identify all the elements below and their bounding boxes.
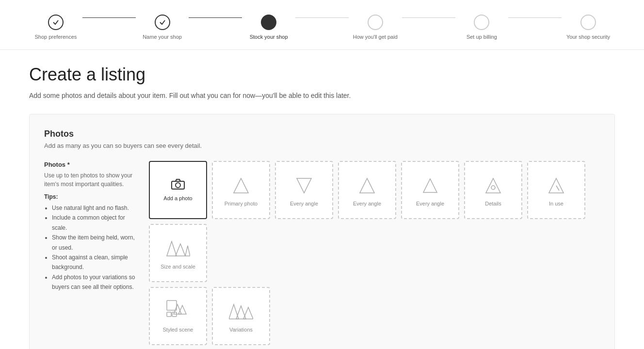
svg-marker-4 xyxy=(360,178,374,193)
photo-slot-in-use[interactable]: In use xyxy=(527,161,585,219)
size-scale-icon xyxy=(166,237,190,261)
page-subtitle: Add some photos and details about your i… xyxy=(29,92,615,99)
connector-4 xyxy=(402,17,455,18)
connector-5 xyxy=(508,17,562,18)
add-photo-label: Add a photo xyxy=(163,195,192,201)
primary-photo-icon xyxy=(229,174,253,198)
photos-grid-area: Add a photo Primary photo xyxy=(149,161,600,345)
svg-point-1 xyxy=(176,183,180,188)
photos-left-column: Photos * Use up to ten photos to show yo… xyxy=(44,161,141,345)
page-title: Create a listing xyxy=(29,64,615,85)
tips-list: Use natural light and no flash.Include a… xyxy=(44,203,141,292)
connector-2 xyxy=(189,17,242,18)
svg-marker-5 xyxy=(423,179,437,192)
photos-field-label: Photos * xyxy=(44,161,141,168)
tip-item: Add photos to your variations so buyers … xyxy=(52,272,141,292)
step-label-set-up-billing: Set up billing xyxy=(467,34,497,40)
step-circle-shop-preferences xyxy=(48,15,64,30)
connector-3 xyxy=(295,17,349,18)
step-label-name-your-shop: Name your shop xyxy=(143,34,182,40)
svg-point-7 xyxy=(491,186,495,190)
tip-item: Use natural light and no flash. xyxy=(52,203,141,213)
step-circle-name-your-shop xyxy=(155,15,170,30)
progress-section: Shop preferences Name your shop Stock yo… xyxy=(0,0,644,50)
step-how-youll-get-paid[interactable]: How you'll get paid xyxy=(349,15,402,40)
primary-photo-label: Primary photo xyxy=(225,201,258,206)
add-photo-slot[interactable]: Add a photo xyxy=(149,161,207,219)
photo-slot-size-scale[interactable]: Size and scale xyxy=(149,224,207,282)
step-set-up-billing[interactable]: Set up billing xyxy=(455,15,509,40)
step-shop-preferences[interactable]: Shop preferences xyxy=(29,15,82,40)
svg-marker-16 xyxy=(174,304,181,314)
step-circle-set-up-billing xyxy=(474,15,489,30)
step-label-your-shop-security: Your shop security xyxy=(566,34,610,40)
details-label: Details xyxy=(485,201,501,206)
photo-slot-every-angle-2[interactable]: Every angle xyxy=(338,161,396,219)
photo-slot-primary[interactable]: Primary photo xyxy=(212,161,270,219)
photo-slot-every-angle-3[interactable]: Every angle xyxy=(401,161,459,219)
svg-marker-11 xyxy=(176,244,185,256)
step-circle-your-shop-security xyxy=(580,15,596,30)
every-angle-2-label: Every angle xyxy=(353,201,381,206)
svg-rect-13 xyxy=(167,301,177,310)
step-circle-how-youll-get-paid xyxy=(368,15,383,30)
camera-icon xyxy=(171,179,185,192)
photos-row-2: Styled scene Variations xyxy=(149,287,600,345)
size-scale-label: Size and scale xyxy=(161,264,195,270)
step-circle-stock-your-shop xyxy=(261,15,276,30)
svg-line-9 xyxy=(556,186,559,190)
variations-icon xyxy=(229,300,253,324)
step-label-how-youll-get-paid: How you'll get paid xyxy=(353,34,398,40)
every-angle-2-icon xyxy=(355,174,379,198)
every-angle-1-icon xyxy=(292,174,316,198)
photos-field-desc: Use up to ten photos to show your item's… xyxy=(44,171,141,189)
svg-marker-10 xyxy=(167,241,177,256)
photos-section-desc: Add as many as you can so buyers can see… xyxy=(44,142,600,149)
every-angle-3-label: Every angle xyxy=(416,201,444,206)
photos-row-1: Add a photo Primary photo xyxy=(149,161,600,282)
svg-marker-3 xyxy=(297,178,311,193)
photos-area: Photos * Use up to ten photos to show yo… xyxy=(44,161,600,345)
tip-item: Include a common object for scale. xyxy=(52,213,141,233)
styled-scene-label: Styled scene xyxy=(163,327,193,333)
photo-slot-details[interactable]: Details xyxy=(464,161,522,219)
photo-slot-variations[interactable]: Variations xyxy=(212,287,270,345)
photos-section-card: Photos Add as many as you can so buyers … xyxy=(29,114,615,349)
progress-bar: Shop preferences Name your shop Stock yo… xyxy=(29,15,615,40)
in-use-label: In use xyxy=(549,201,564,206)
photo-slot-styled-scene[interactable]: Styled scene xyxy=(149,287,207,345)
tips-label: Tips: xyxy=(44,193,141,200)
tip-item: Show the item being held, worn, or used. xyxy=(52,233,141,253)
photos-section-title: Photos xyxy=(44,129,600,139)
styled-scene-icon xyxy=(166,300,190,324)
step-label-stock-your-shop: Stock your shop xyxy=(250,34,288,40)
svg-marker-12 xyxy=(185,246,190,256)
in-use-icon xyxy=(544,174,568,198)
every-angle-1-label: Every angle xyxy=(290,201,318,206)
step-stock-your-shop[interactable]: Stock your shop xyxy=(242,15,295,40)
details-icon xyxy=(481,174,505,198)
connector-1 xyxy=(82,17,136,18)
photo-slot-every-angle-1[interactable]: Every angle xyxy=(275,161,333,219)
step-name-your-shop[interactable]: Name your shop xyxy=(136,15,189,40)
every-angle-3-icon xyxy=(418,174,442,198)
svg-marker-2 xyxy=(234,178,248,193)
svg-rect-14 xyxy=(167,312,171,317)
main-content: Create a listing Add some photos and det… xyxy=(0,50,644,349)
tip-item: Shoot against a clean, simple background… xyxy=(52,253,141,272)
variations-label: Variations xyxy=(229,327,253,333)
step-your-shop-security[interactable]: Your shop security xyxy=(562,15,615,40)
step-label-shop-preferences: Shop preferences xyxy=(34,34,77,40)
